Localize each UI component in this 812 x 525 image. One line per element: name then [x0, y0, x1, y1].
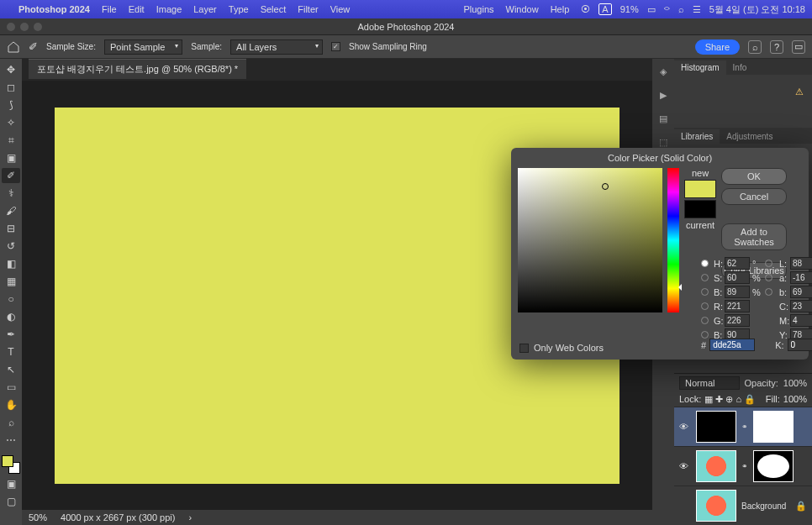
screenmode-tool[interactable]: ▢: [2, 494, 20, 509]
link-icon[interactable]: ⚭: [741, 462, 748, 470]
visibility-icon[interactable]: 👁: [679, 422, 691, 432]
control-center-icon[interactable]: ☰: [693, 4, 701, 15]
menu-window[interactable]: Window: [506, 4, 539, 14]
visibility-icon[interactable]: 👁: [679, 461, 691, 471]
blur-tool[interactable]: ○: [2, 291, 20, 307]
r-input[interactable]: [725, 300, 750, 312]
layer-thumb[interactable]: [696, 490, 736, 522]
menu-select[interactable]: Select: [261, 4, 287, 14]
add-swatches-button[interactable]: Add to Swatches: [721, 223, 787, 250]
menu-view[interactable]: View: [330, 4, 351, 14]
heal-tool[interactable]: ⚕: [2, 186, 20, 201]
menu-image[interactable]: Image: [156, 4, 182, 14]
tab-adjustments[interactable]: Adjustments: [720, 129, 779, 144]
radio-h[interactable]: [701, 260, 709, 267]
sample-size-dropdown[interactable]: Point Sample: [104, 39, 182, 55]
k-input[interactable]: [788, 339, 812, 351]
menu-plugins[interactable]: Plugins: [463, 4, 493, 14]
path-tool[interactable]: ↖: [2, 362, 20, 377]
blend-mode-dropdown[interactable]: Normal: [679, 376, 740, 390]
lasso-tool[interactable]: ⟆: [2, 97, 20, 113]
menu-type[interactable]: Type: [229, 4, 249, 14]
help-icon[interactable]: ?: [770, 40, 783, 54]
cancel-button[interactable]: Cancel: [721, 188, 787, 205]
edit-toolbar[interactable]: ⋯: [2, 433, 20, 448]
menu-help[interactable]: Help: [551, 4, 570, 14]
gradients-panel-icon[interactable]: ▤: [656, 111, 671, 126]
layer-mask-thumb[interactable]: [753, 450, 794, 482]
layer-mask-thumb[interactable]: [753, 411, 794, 443]
layer-food-mask[interactable]: 👁 ⚭: [674, 446, 812, 486]
layer-thumb[interactable]: [696, 450, 736, 482]
ok-button[interactable]: OK: [721, 168, 787, 185]
radio-bb[interactable]: [701, 331, 709, 339]
eyedropper-icon[interactable]: ✐: [29, 40, 38, 53]
swatches-panel-icon[interactable]: ▶: [656, 87, 671, 102]
document-tab[interactable]: 포토샵 배경지우기 테스트.jpg @ 50% (RGB/8*) *: [29, 59, 246, 79]
chevron-right-icon[interactable]: ›: [188, 512, 192, 522]
dodge-tool[interactable]: ◐: [2, 309, 20, 324]
g-input[interactable]: [725, 314, 750, 327]
tab-libraries[interactable]: Libraries: [674, 129, 720, 144]
marquee-tool[interactable]: ◻: [2, 80, 20, 95]
shape-tool[interactable]: ▭: [2, 380, 20, 395]
zoom-level[interactable]: 50%: [29, 512, 47, 522]
opacity-value[interactable]: 100%: [783, 378, 807, 388]
current-color-swatch[interactable]: [684, 200, 716, 218]
l-input[interactable]: [790, 257, 812, 270]
traffic-lights[interactable]: [7, 23, 42, 31]
link-icon[interactable]: ⚭: [741, 423, 748, 431]
menu-edit[interactable]: Edit: [129, 4, 145, 14]
hex-input[interactable]: [709, 339, 755, 351]
lock-icons[interactable]: ▦ ✚ ⊕ ⌂ 🔒: [704, 394, 756, 405]
brush-tool[interactable]: 🖌: [2, 203, 20, 218]
b-input[interactable]: [725, 286, 750, 298]
h-input[interactable]: [725, 257, 750, 270]
radio-r[interactable]: [701, 302, 709, 310]
fill-value[interactable]: 100%: [783, 394, 807, 405]
eraser-tool[interactable]: ◧: [2, 256, 20, 271]
a-input[interactable]: [790, 271, 812, 284]
pen-tool[interactable]: ✒: [2, 327, 20, 342]
hue-slider[interactable]: [667, 168, 679, 312]
eyedropper-tool[interactable]: ✐: [2, 168, 20, 183]
menu-filter[interactable]: Filter: [298, 4, 318, 14]
frame-tool[interactable]: ▣: [2, 150, 20, 165]
search-icon[interactable]: ⌕: [678, 4, 684, 14]
menu-file[interactable]: File: [102, 4, 117, 14]
color-swatches[interactable]: [2, 455, 20, 474]
tab-histogram[interactable]: Histogram: [674, 60, 726, 75]
type-tool[interactable]: T: [2, 344, 20, 360]
app-name[interactable]: Photoshop 2024: [18, 4, 90, 14]
warning-icon[interactable]: ⚠: [795, 87, 804, 97]
tab-info[interactable]: Info: [726, 60, 754, 75]
layer-solid-color[interactable]: 👁 ⚭: [674, 407, 812, 446]
search-app-icon[interactable]: ⌕: [748, 40, 762, 54]
layer-background[interactable]: 👁 Background 🔒: [674, 486, 812, 525]
record-icon[interactable]: ⦿: [581, 4, 590, 14]
b2-input[interactable]: [790, 286, 812, 298]
menu-layer[interactable]: Layer: [193, 4, 217, 14]
workspace-icon[interactable]: ▭: [792, 40, 805, 54]
hand-tool[interactable]: ✋: [2, 397, 20, 412]
radio-l[interactable]: [765, 260, 772, 267]
c-input[interactable]: [790, 300, 812, 312]
move-tool[interactable]: ✥: [2, 62, 20, 77]
zoom-tool[interactable]: ⌕: [2, 415, 20, 430]
show-ring-checkbox[interactable]: ✓: [331, 42, 340, 51]
layer-thumb[interactable]: [696, 411, 736, 443]
crop-tool[interactable]: ⌗: [2, 133, 20, 148]
doc-dimensions[interactable]: 4000 px x 2667 px (300 ppi): [61, 512, 175, 522]
radio-a[interactable]: [765, 274, 772, 281]
input-icon[interactable]: A: [598, 3, 611, 15]
color-panel-icon[interactable]: ◈: [656, 64, 671, 79]
m-input[interactable]: [790, 314, 812, 327]
wand-tool[interactable]: ✧: [2, 115, 20, 130]
radio-b[interactable]: [701, 288, 709, 296]
quickmask-tool[interactable]: ▣: [2, 476, 20, 491]
sample-dropdown[interactable]: All Layers: [230, 39, 323, 55]
stamp-tool[interactable]: ⊟: [2, 221, 20, 236]
radio-g[interactable]: [701, 317, 709, 324]
web-colors-checkbox[interactable]: [519, 344, 529, 353]
radio-s[interactable]: [701, 274, 709, 281]
